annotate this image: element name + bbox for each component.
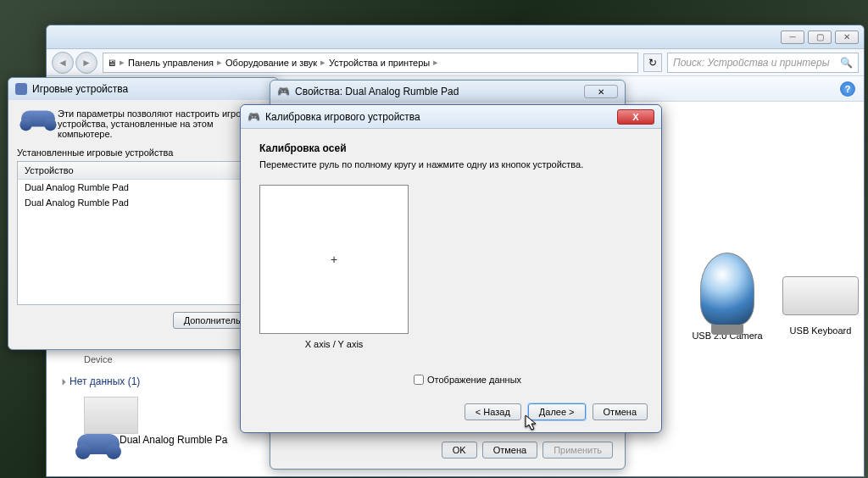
window-title: Калибровка игрового устройства: [265, 111, 420, 123]
ok-button[interactable]: OK: [442, 442, 477, 459]
breadcrumb-item[interactable]: Панель управления: [128, 58, 214, 68]
maximize-button[interactable]: ▢: [808, 31, 832, 44]
gamepad-icon: [77, 434, 120, 464]
axis-preview: +: [259, 185, 409, 334]
close-button[interactable]: ✕: [584, 85, 618, 98]
explorer-navbar: ◄ ► 🖥 ▸ Панель управления ▸ Оборудование…: [47, 49, 864, 76]
description-text: Эти параметры позволяют настроить игровы…: [58, 108, 270, 139]
next-button[interactable]: Далее >: [528, 403, 586, 420]
breadcrumb[interactable]: 🖥 ▸ Панель управления ▸ Оборудование и з…: [103, 53, 638, 73]
gamepad-icon: 🎮: [248, 111, 260, 123]
device-name: USB Keyboard: [774, 325, 867, 336]
game-devices-window: Игровые устройства Эти параметры позволя…: [8, 77, 279, 350]
device-list[interactable]: Устройство Dual Analog Rumble Pad Dual A…: [17, 161, 270, 305]
wizard-heading: Калибровка осей: [259, 142, 643, 154]
forward-button[interactable]: ►: [75, 52, 97, 74]
cancel-button[interactable]: Отмена: [593, 403, 648, 420]
cancel-button[interactable]: Отмена: [482, 442, 537, 459]
group-heading[interactable]: Нет данных (1): [58, 375, 140, 387]
description-row: Эти параметры позволяют настроить игровы…: [17, 108, 270, 139]
checkbox-input[interactable]: [414, 375, 424, 385]
explorer-titlebar: ─ ▢ ✕: [47, 25, 864, 49]
gamepad-icon: 🎮: [277, 86, 290, 97]
window-title: Свойства: Dual Analog Rumble Pad: [295, 86, 459, 97]
search-icon: 🔍: [840, 57, 853, 69]
refresh-button[interactable]: ↻: [643, 53, 662, 72]
search-placeholder: Поиск: Устройства и принтеры: [673, 57, 829, 69]
camera-icon: [700, 253, 754, 325]
list-item[interactable]: Dual Analog Rumble Pad: [18, 180, 269, 195]
calibration-titlebar[interactable]: 🎮 Калибровка игрового устройства X: [241, 105, 661, 129]
device-thumbnail[interactable]: [84, 397, 138, 434]
device-item-keyboard[interactable]: USB Keyboard: [774, 253, 867, 336]
device-label: Dual Analog Rumble Pa: [120, 434, 227, 446]
device-item-camera[interactable]: USB 2.0 Camera: [681, 253, 774, 341]
close-button[interactable]: ✕: [835, 31, 859, 44]
apply-button[interactable]: Применить: [542, 442, 613, 459]
list-label: Установленные игровые устройства: [17, 147, 270, 158]
game-devices-titlebar[interactable]: Игровые устройства: [8, 78, 278, 100]
show-data-checkbox[interactable]: Отображение данных: [414, 375, 521, 385]
axis-caption: X axis / Y axis: [259, 339, 409, 349]
column-header[interactable]: Устройство: [18, 162, 269, 180]
window-title: Игровые устройства: [32, 83, 128, 95]
properties-titlebar[interactable]: 🎮 Свойства: Dual Analog Rumble Pad ✕: [270, 81, 625, 103]
device-column-label: Device: [84, 354, 113, 364]
gamepad-icon: [17, 108, 51, 132]
help-icon[interactable]: ?: [840, 81, 855, 97]
wizard-instruction: Переместите руль по полному кругу и нажм…: [259, 159, 643, 170]
crosshair-icon: +: [331, 253, 337, 266]
search-input[interactable]: Поиск: Устройства и принтеры 🔍: [667, 53, 859, 73]
minimize-button[interactable]: ─: [781, 31, 804, 44]
breadcrumb-item[interactable]: Оборудование и звук: [225, 58, 317, 68]
back-button[interactable]: ◄: [52, 52, 74, 74]
calibration-window: 🎮 Калибровка игрового устройства X Калиб…: [240, 104, 662, 433]
folder-icon: 🖥: [107, 58, 116, 68]
gamepad-icon: [15, 83, 27, 95]
list-item[interactable]: Dual Analog Rumble Pad: [18, 195, 269, 210]
nav-buttons: ◄ ►: [52, 52, 97, 74]
back-button[interactable]: < Назад: [465, 403, 521, 420]
close-button[interactable]: X: [617, 109, 654, 125]
checkbox-label: Отображение данных: [427, 375, 521, 385]
breadcrumb-item[interactable]: Устройства и принтеры: [329, 58, 430, 68]
keyboard-icon: [782, 276, 859, 315]
